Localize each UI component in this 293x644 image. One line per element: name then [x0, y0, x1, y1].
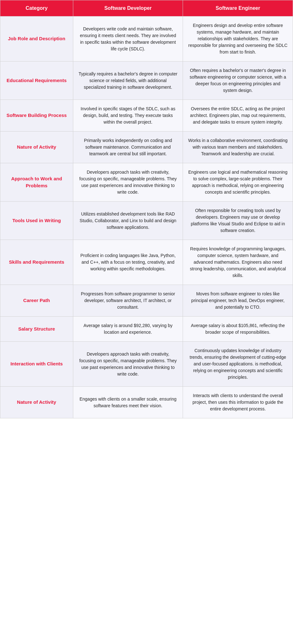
engineer-cell: Engineers design and develop entire soft…: [183, 16, 293, 61]
category-cell: Interaction with Clients: [0, 342, 73, 387]
developer-cell: Utilizes established development tools l…: [73, 202, 183, 240]
table-row: Approach to Work and ProblemsDevelopers …: [0, 163, 293, 202]
category-cell: Nature of Activity: [0, 132, 73, 163]
engineer-cell: Works in a collaborative environment, co…: [183, 132, 293, 163]
table-row: Job Role and DescriptionDevelopers write…: [0, 16, 293, 61]
category-cell: Tools Used in Writing: [0, 202, 73, 240]
developer-cell: Progresses from software programmer to s…: [73, 285, 183, 317]
developer-cell: Typically requires a bachelor's degree i…: [73, 61, 183, 100]
engineer-cell: Moves from software engineer to roles li…: [183, 285, 293, 317]
engineer-cell: Oversees the entire SDLC, acting as the …: [183, 100, 293, 132]
developer-cell: Involved in specific stages of the SDLC,…: [73, 100, 183, 132]
developer-cell: Proficient in coding languages like Java…: [73, 240, 183, 285]
header-developer: Software Developer: [73, 0, 183, 16]
header-category: Category: [0, 0, 73, 16]
category-cell: Career Path: [0, 285, 73, 317]
table-row: Nature of ActivityEngages with clients o…: [0, 387, 293, 418]
table-row: Software Building ProcessInvolved in spe…: [0, 100, 293, 132]
developer-cell: Developers approach tasks with creativit…: [73, 342, 183, 387]
developer-cell: Engages with clients on a smaller scale,…: [73, 387, 183, 418]
category-cell: Nature of Activity: [0, 387, 73, 418]
developer-cell: Developers write code and maintain softw…: [73, 16, 183, 61]
engineer-cell: Requires knowledge of programming langua…: [183, 240, 293, 285]
table-row: Skills and RequirementsProficient in cod…: [0, 240, 293, 285]
category-cell: Job Role and Description: [0, 16, 73, 61]
table-row: Salary StructureAverage salary is around…: [0, 317, 293, 342]
category-cell: Educational Requirements: [0, 61, 73, 100]
category-cell: Salary Structure: [0, 317, 73, 342]
table-row: Career PathProgresses from software prog…: [0, 285, 293, 317]
table-row: Interaction with ClientsDevelopers appro…: [0, 342, 293, 387]
engineer-cell: Engineers use logical and mathematical r…: [183, 163, 293, 202]
category-cell: Software Building Process: [0, 100, 73, 132]
table-row: Tools Used in WritingUtilizes establishe…: [0, 202, 293, 240]
engineer-cell: Average salary is about $105,861, reflec…: [183, 317, 293, 342]
table-row: Educational RequirementsTypically requir…: [0, 61, 293, 100]
developer-cell: Developers approach tasks with creativit…: [73, 163, 183, 202]
engineer-cell: Interacts with clients to understand the…: [183, 387, 293, 418]
header-engineer: Software Engineer: [183, 0, 293, 16]
engineer-cell: Often requires a bachelor's or master's …: [183, 61, 293, 100]
engineer-cell: Often responsible for creating tools use…: [183, 202, 293, 240]
category-cell: Skills and Requirements: [0, 240, 73, 285]
table-row: Nature of ActivityPrimarily works indepe…: [0, 132, 293, 163]
developer-cell: Primarily works independently on coding …: [73, 132, 183, 163]
engineer-cell: Continuously updates knowledge of indust…: [183, 342, 293, 387]
developer-cell: Average salary is around $92,280, varyin…: [73, 317, 183, 342]
category-cell: Approach to Work and Problems: [0, 163, 73, 202]
